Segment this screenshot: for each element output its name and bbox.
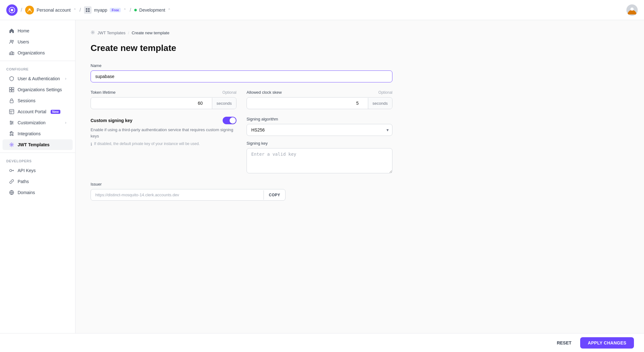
new-badge: New — [51, 110, 60, 114]
breadcrumb-sep-1: / — [21, 7, 22, 13]
sidebar-item-user-auth[interactable]: User & Authentication › — [3, 73, 73, 84]
sidebar-user-auth-label: User & Authentication — [18, 76, 60, 81]
token-lifetime-label: Token lifetime — [91, 90, 115, 95]
sidebar-api-keys-label: API Keys — [18, 168, 36, 173]
shield-icon — [9, 76, 14, 81]
sidebar-divider-2 — [0, 153, 75, 153]
custom-signing-note-text: If disabled, the default private key of … — [94, 142, 200, 146]
sidebar-item-sessions[interactable]: Sessions — [3, 95, 73, 106]
svg-point-9 — [10, 40, 12, 42]
name-input[interactable] — [91, 70, 392, 82]
sidebar-item-org-settings[interactable]: Organizations Settings — [3, 84, 73, 95]
algo-select[interactable]: HS256 RS256 — [247, 124, 392, 136]
user-avatar[interactable] — [626, 4, 638, 16]
issuer-copy-button[interactable]: COPY — [264, 190, 285, 200]
apply-changes-button[interactable]: APPLY CHANGES — [580, 337, 634, 349]
sidebar-item-home[interactable]: Home — [3, 25, 73, 36]
sidebar-home-label: Home — [18, 28, 29, 33]
sidebar: Home Users Organizations CONFIGURE User … — [0, 20, 75, 352]
breadcrumb-current: Create new template — [132, 31, 169, 35]
issuer-label: Issuer — [91, 182, 392, 187]
svg-point-26 — [92, 32, 93, 33]
key-icon — [9, 168, 14, 173]
svg-rect-15 — [12, 87, 14, 89]
svg-point-23 — [11, 144, 13, 146]
topnav-left: / Personal account ⌃ / myapp Free ⌃ / De… — [6, 4, 171, 16]
developers-section-label: DEVELOPERS — [0, 155, 75, 165]
svg-rect-3 — [86, 8, 87, 10]
grid-icon — [9, 87, 14, 92]
gear-icon-sidebar — [9, 142, 14, 148]
svg-point-10 — [12, 40, 14, 42]
logo-icon[interactable] — [6, 4, 18, 16]
svg-rect-12 — [11, 52, 12, 55]
main-content: JWT Templates / Create new template Crea… — [75, 20, 644, 352]
svg-rect-4 — [88, 8, 90, 10]
sidebar-integrations-label: Integrations — [18, 131, 41, 136]
issuer-section: Issuer COPY — [91, 182, 392, 201]
sidebar-domains-label: Domains — [18, 190, 35, 195]
app-name-label: myapp — [94, 8, 107, 13]
sidebar-item-account-portal[interactable]: Account Portal New — [3, 106, 73, 117]
svg-rect-6 — [88, 10, 90, 12]
bottom-bar: RESET APPLY CHANGES — [0, 333, 644, 352]
env-breadcrumb[interactable]: Development ⌃ — [134, 8, 171, 13]
sidebar-item-users[interactable]: Users — [3, 36, 73, 47]
token-lifetime-header: Token lifetime Optional — [91, 90, 236, 95]
app-breadcrumb[interactable]: myapp Free ⌃ — [84, 6, 126, 14]
svg-rect-16 — [9, 90, 11, 92]
signing-algo-label: Signing algorithm — [247, 117, 392, 121]
token-lifetime-input[interactable] — [91, 98, 212, 109]
sidebar-item-organizations[interactable]: Organizations — [3, 47, 73, 58]
custom-signing-header: Custom signing key — [91, 117, 236, 124]
clock-skew-suffix: seconds — [368, 98, 392, 109]
custom-signing-section: Custom signing key Enable if using a thi… — [91, 117, 236, 174]
form-section: Name Token lifetime Optional seconds — [91, 63, 392, 201]
user-auth-chevron-icon: › — [65, 76, 66, 81]
svg-rect-14 — [9, 87, 11, 89]
sidebar-item-customization[interactable]: Customization › — [3, 117, 73, 128]
topnav: / Personal account ⌃ / myapp Free ⌃ / De… — [0, 0, 644, 20]
organizations-icon — [9, 50, 14, 56]
page-title: Create new template — [91, 43, 629, 53]
reset-button[interactable]: RESET — [552, 338, 577, 348]
personal-account-breadcrumb[interactable]: Personal account ⌃ — [25, 6, 76, 14]
breadcrumb-sep-2: / — [80, 7, 81, 13]
name-field-group: Name — [91, 63, 392, 82]
custom-signing-toggle[interactable] — [223, 117, 236, 124]
issuer-input-row: COPY — [91, 189, 286, 201]
clock-skew-field: Allowed clock skew Optional seconds — [247, 90, 392, 109]
sidebar-item-integrations[interactable]: Integrations — [3, 128, 73, 139]
svg-rect-18 — [10, 100, 13, 103]
configure-section-label: CONFIGURE — [0, 64, 75, 73]
sidebar-item-paths[interactable]: Paths — [3, 176, 73, 187]
info-icon: ℹ — [91, 142, 92, 147]
personal-avatar — [25, 6, 34, 14]
clock-skew-input[interactable] — [247, 98, 368, 109]
sidebar-item-api-keys[interactable]: API Keys — [3, 165, 73, 176]
breadcrumb-parent-link[interactable]: JWT Templates — [97, 31, 125, 35]
app-chevron: ⌃ — [123, 8, 126, 12]
signing-row: Custom signing key Enable if using a thi… — [91, 117, 392, 174]
layout-icon — [9, 109, 14, 115]
sidebar-customization-label: Customization — [18, 120, 46, 125]
signing-key-textarea[interactable] — [247, 148, 392, 173]
svg-point-8 — [630, 8, 634, 11]
custom-signing-desc: Enable if using a third-party authentica… — [91, 127, 236, 139]
sidebar-sessions-label: Sessions — [18, 98, 36, 103]
sliders-icon — [9, 120, 14, 126]
svg-rect-19 — [9, 109, 14, 114]
globe-icon — [9, 190, 14, 195]
sidebar-item-domains[interactable]: Domains — [3, 187, 73, 198]
clock-skew-input-group: seconds — [247, 97, 392, 109]
env-chevron: ⌃ — [168, 8, 171, 12]
custom-signing-title: Custom signing key — [91, 118, 132, 123]
signing-key-field: Signing key — [247, 141, 392, 174]
svg-rect-5 — [86, 10, 87, 12]
sidebar-divider-1 — [0, 61, 75, 61]
token-lifetime-optional: Optional — [222, 90, 236, 95]
sidebar-item-jwt-templates[interactable]: JWT Templates — [3, 139, 73, 150]
sidebar-account-portal-label: Account Portal — [18, 109, 46, 114]
sidebar-paths-label: Paths — [18, 179, 29, 184]
customization-chevron-icon: › — [65, 120, 66, 125]
